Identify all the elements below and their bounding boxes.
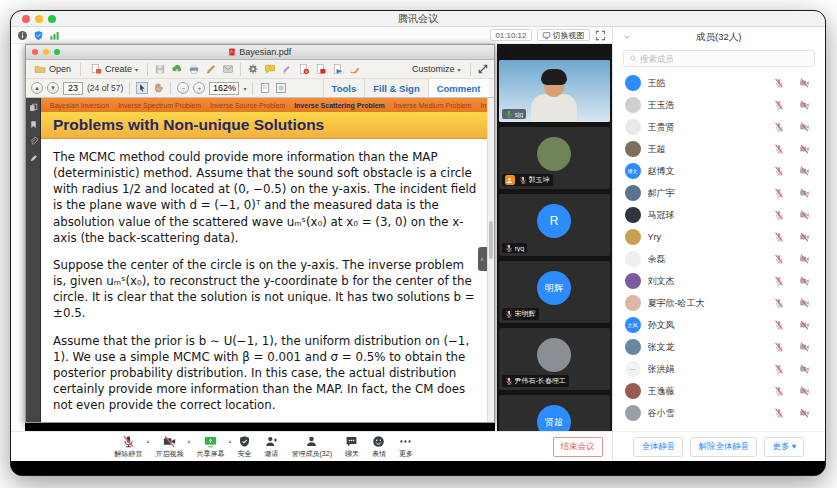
toolbar-item-shield[interactable]: 安全 (238, 435, 252, 459)
member-mic-muted-icon[interactable] (774, 364, 784, 374)
member-row[interactable]: Yry (613, 226, 825, 248)
member-row[interactable]: 谷小雪 (613, 402, 825, 424)
toolbar-item-invite[interactable]: 邀请 (265, 435, 279, 459)
slide-nav-item[interactable]: Bayesian Inversion (50, 102, 109, 109)
switch-view-button[interactable]: 切换视图 (537, 29, 590, 41)
signatures-icon[interactable] (29, 154, 38, 163)
unmute-all-button[interactable]: 解除全体静音 (690, 437, 757, 457)
edit-icon[interactable] (205, 63, 217, 75)
hand-tool-icon[interactable] (152, 82, 164, 94)
member-row[interactable]: 王贵贤 (613, 116, 825, 138)
member-row[interactable]: 王超 (613, 138, 825, 160)
scrollbar-handle[interactable] (489, 221, 493, 259)
page-up-button[interactable]: ▲ (31, 82, 43, 94)
fullscreen-icon[interactable] (595, 30, 606, 41)
page-down-button[interactable]: ▼ (47, 82, 59, 94)
member-camera-muted-icon[interactable] (799, 364, 810, 374)
page-number-input[interactable] (63, 82, 83, 95)
member-camera-muted-icon[interactable] (799, 100, 810, 110)
member-mic-muted-icon[interactable] (774, 122, 784, 132)
member-camera-muted-icon[interactable] (799, 386, 810, 396)
member-camera-muted-icon[interactable] (799, 320, 810, 330)
gear-icon[interactable] (247, 63, 259, 75)
video-tile[interactable]: 明辉宋明辉 (499, 261, 610, 323)
slide-nav-item[interactable]: Inverse Scattering Problem (294, 102, 385, 109)
member-row[interactable]: 余磊 (613, 248, 825, 270)
bookmarks-icon[interactable] (29, 120, 38, 129)
member-mic-muted-icon[interactable] (774, 188, 784, 198)
member-row[interactable]: 刘文杰 (613, 270, 825, 292)
create-pdf-icon[interactable] (315, 63, 327, 75)
member-mic-muted-icon[interactable] (774, 342, 784, 352)
security-shield-icon[interactable] (33, 30, 44, 41)
member-mic-muted-icon[interactable] (774, 100, 784, 110)
create-button[interactable]: Create ▾ (87, 62, 141, 76)
member-search-input[interactable] (640, 54, 809, 64)
page-view-icon[interactable] (259, 82, 271, 94)
tab-fill-sign[interactable]: Fill & Sign (364, 79, 427, 97)
tab-comment[interactable]: Comment (428, 79, 489, 97)
video-tile[interactable]: Rryq (499, 194, 610, 256)
save-icon[interactable] (154, 63, 166, 75)
expand-arrow-icon[interactable]: ▲ (228, 438, 233, 444)
zoom-level-input[interactable] (209, 82, 239, 95)
member-camera-muted-icon[interactable] (799, 232, 810, 242)
member-mic-muted-icon[interactable] (774, 166, 784, 176)
slide-nav-item[interactable]: Inverse Medium Problem (394, 102, 472, 109)
member-camera-muted-icon[interactable] (799, 210, 810, 220)
member-camera-muted-icon[interactable] (799, 78, 810, 88)
member-camera-muted-icon[interactable] (799, 122, 810, 132)
member-camera-muted-icon[interactable] (799, 188, 810, 198)
slide-nav-item[interactable]: Inverse Spectrum Problem (118, 102, 201, 109)
panel-collapse-tab[interactable]: › (478, 247, 487, 271)
toolbar-item-more[interactable]: 更多 (399, 435, 413, 459)
info-icon[interactable] (17, 30, 28, 41)
member-mic-muted-icon[interactable] (774, 78, 784, 88)
toolbar-item-chat[interactable]: 聊天 (345, 435, 359, 459)
member-camera-muted-icon[interactable] (799, 342, 810, 352)
member-row[interactable]: 博文赵博文 (613, 160, 825, 182)
sign-icon[interactable] (349, 63, 361, 75)
zoom-in-button[interactable]: + (193, 82, 205, 94)
member-mic-muted-icon[interactable] (774, 320, 784, 330)
print-icon[interactable] (188, 63, 200, 75)
member-mic-muted-icon[interactable] (774, 386, 784, 396)
member-camera-muted-icon[interactable] (799, 408, 810, 418)
video-tile[interactable]: 尹伟石-长春理工 (499, 328, 610, 390)
page-thumbnails-icon[interactable] (29, 103, 38, 112)
member-mic-muted-icon[interactable] (774, 254, 784, 264)
member-row[interactable]: —张洪娟 (613, 358, 825, 380)
member-mic-muted-icon[interactable] (774, 232, 784, 242)
member-mic-muted-icon[interactable] (774, 276, 784, 286)
cloud-upload-icon[interactable] (171, 63, 183, 75)
member-mic-muted-icon[interactable] (774, 298, 784, 308)
member-row[interactable]: 王逸薇 (613, 380, 825, 402)
video-tile[interactable]: 郭玉坤 (499, 127, 610, 189)
select-tool-icon[interactable] (136, 82, 148, 94)
expand-diagonal-icon[interactable] (477, 63, 489, 75)
member-row[interactable]: 夏宇欣-哈工大 (613, 292, 825, 314)
video-tile[interactable]: sjg (499, 60, 610, 122)
highlighter-icon[interactable] (281, 63, 293, 75)
mute-all-button[interactable]: 全体静音 (633, 437, 683, 457)
send-file-icon[interactable] (332, 63, 344, 75)
open-button[interactable]: Open (31, 62, 74, 76)
member-search-box[interactable] (623, 50, 815, 67)
member-camera-muted-icon[interactable] (799, 276, 810, 286)
member-row[interactable]: 马冠球 (613, 204, 825, 226)
member-row[interactable]: 文凤孙文凤 (613, 314, 825, 336)
fit-page-icon[interactable] (275, 82, 287, 94)
member-camera-muted-icon[interactable] (799, 144, 810, 154)
end-meeting-button[interactable]: 结束会议 (553, 437, 603, 457)
toolbar-item-mic-muted[interactable]: 解除静音▲ (115, 435, 143, 459)
chevron-down-icon[interactable] (622, 32, 632, 42)
video-tile[interactable]: 贤超贤超 (499, 395, 610, 431)
toolbar-item-smiley[interactable]: 表情 (372, 435, 386, 459)
member-camera-muted-icon[interactable] (799, 298, 810, 308)
member-camera-muted-icon[interactable] (799, 166, 810, 176)
member-row[interactable]: 王皓 (613, 72, 825, 94)
customize-button[interactable]: Customize ▾ (409, 63, 464, 75)
expand-arrow-icon[interactable]: ▲ (187, 438, 192, 444)
member-mic-muted-icon[interactable] (774, 210, 784, 220)
member-mic-muted-icon[interactable] (774, 408, 784, 418)
